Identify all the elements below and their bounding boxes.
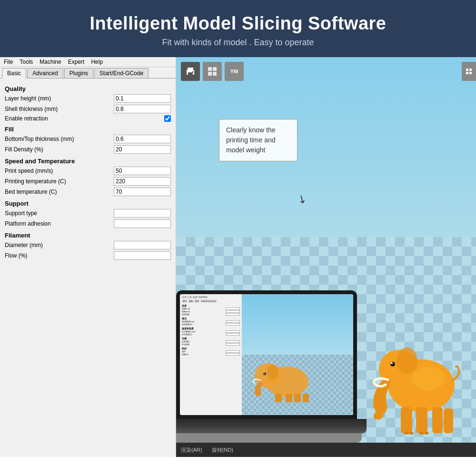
tab-advanced[interactable]: Advanced: [27, 68, 63, 78]
elephant-3d-model: [367, 319, 462, 443]
form-row-enable-retraction: Enable retraction: [5, 115, 171, 122]
svg-rect-4: [208, 67, 212, 71]
input-print-temp[interactable]: [114, 177, 171, 186]
menu-bar: File Tools Machine Expert Help: [0, 57, 176, 67]
settings-form: Quality Layer height (mm) Shell thicknes…: [0, 79, 176, 457]
mini-menu: 文件 工具 机器 专家帮助: [182, 296, 240, 298]
label-flow: Flow (%): [5, 252, 114, 259]
mini-input-4: [226, 320, 240, 323]
annotation-box: Clearly know the printing time and model…: [219, 119, 298, 161]
toolbar-btn-ym[interactable]: YM: [225, 62, 244, 81]
mini-label-8: 支撑类型: [182, 340, 226, 343]
mini-row-10: 直径: [182, 350, 240, 353]
mini-section-fill: 填充: [182, 317, 240, 320]
form-row-diameter: Diameter (mm): [5, 241, 171, 249]
right-panel: YM Clearly know the printing time and mo…: [176, 57, 476, 457]
form-row-print-speed: Print speed (mm/s): [5, 167, 171, 175]
form-row-flow: Flow (%): [5, 251, 171, 260]
right-edge-button[interactable]: [462, 62, 476, 81]
mini-input-2: [226, 310, 240, 313]
tab-basic[interactable]: Basic: [2, 68, 26, 79]
mini-row-7: 打印温度(C): [182, 333, 240, 336]
mini-input-6: [226, 330, 240, 333]
svg-point-33: [424, 432, 429, 435]
label-shell-thickness: Shell thickness (mm): [5, 106, 114, 112]
svg-rect-1: [188, 68, 193, 70]
header-title: Intelligent Model Slicing Software: [10, 13, 466, 34]
header: Intelligent Model Slicing Software Fit w…: [0, 0, 476, 57]
mini-label-3: 启用回抽: [182, 313, 226, 316]
mini-section-support: 支撑: [182, 337, 240, 340]
label-print-temp: Printing temperature (C): [5, 178, 114, 185]
bottom-bar: 渲染(AR) 旋转(ND): [176, 443, 476, 457]
input-bottom-top[interactable]: [114, 135, 171, 143]
toolbar-btn-view[interactable]: [203, 62, 222, 81]
svg-rect-7: [213, 72, 217, 76]
mini-viewport: [242, 294, 353, 415]
mini-row-3: 启用回抽: [182, 313, 240, 316]
mini-input-11: [226, 353, 240, 356]
left-panel: File Tools Machine Expert Help Basic Adv…: [0, 57, 176, 457]
toolbar-btn-printer[interactable]: [181, 62, 200, 81]
mini-settings-panel: 文件 工具 机器 专家帮助 基本 高级 插件 Start/End-GCode 品…: [180, 294, 242, 415]
input-layer-height[interactable]: [114, 94, 171, 103]
mini-label-6: 打印速度(mm/s): [182, 330, 226, 333]
menu-machine[interactable]: Machine: [40, 59, 61, 65]
form-row-bed-temp: Bed temperature (C): [5, 188, 171, 196]
mini-row-1: 层厚(mm): [182, 307, 240, 310]
mini-label-2: 壁厚(mm): [182, 310, 226, 313]
input-flow[interactable]: [114, 251, 171, 260]
mini-row-11: 流量(%): [182, 353, 240, 356]
mini-label-1: 层厚(mm): [182, 307, 226, 310]
tab-plugins[interactable]: Plugins: [64, 68, 93, 78]
section-support: Support: [5, 200, 171, 207]
mini-input-5: [226, 323, 240, 326]
laptop-screen-inner: 文件 工具 机器 专家帮助 基本 高级 插件 Start/End-GCode 品…: [180, 294, 353, 415]
svg-point-34: [412, 367, 445, 390]
mini-tab-gcode: Start/End-GCode: [200, 299, 217, 303]
menu-expert[interactable]: Expert: [68, 59, 85, 65]
mini-tab-advanced: 高级: [188, 299, 194, 303]
label-diameter: Diameter (mm): [5, 242, 114, 248]
input-support-type[interactable]: [114, 209, 171, 218]
form-row-shell-thickness: Shell thickness (mm): [5, 105, 171, 113]
input-fill-density[interactable]: [114, 145, 171, 154]
annotation-text: Clearly know the printing time and model…: [226, 126, 276, 154]
svg-rect-18: [303, 394, 309, 402]
checkbox-enable-retraction[interactable]: [164, 115, 171, 122]
menu-tools[interactable]: Tools: [20, 59, 33, 65]
section-filament: Filament: [5, 232, 171, 239]
menu-help[interactable]: Help: [91, 59, 103, 65]
input-diameter[interactable]: [114, 241, 171, 249]
svg-point-23: [397, 347, 417, 374]
menu-file[interactable]: File: [4, 59, 13, 65]
input-platform-adhesion[interactable]: [114, 219, 171, 228]
mini-elephant-svg: [247, 356, 313, 403]
mini-label-10: 直径: [182, 350, 226, 353]
input-shell-thickness[interactable]: [114, 105, 171, 113]
laptop-container: 文件 工具 机器 专家帮助 基本 高级 插件 Start/End-GCode 品…: [176, 276, 367, 457]
label-bed-temp: Bed temperature (C): [5, 188, 114, 195]
svg-point-3: [192, 71, 194, 73]
mini-label-9: 平台附着: [182, 343, 226, 346]
mini-label-11: 流量(%): [182, 353, 226, 356]
input-bed-temp[interactable]: [114, 188, 171, 196]
mini-row-8: 支撑类型: [182, 340, 240, 343]
svg-rect-2: [188, 72, 193, 75]
mini-input-8: [226, 340, 240, 343]
mini-row-4: 底/顶厚度(mm): [182, 320, 240, 323]
tab-start-end-gcode[interactable]: Start/End-GCode: [94, 68, 149, 78]
label-print-speed: Print speed (mm/s): [5, 168, 114, 174]
mini-tabs: 基本 高级 插件 Start/End-GCode: [182, 299, 240, 303]
svg-rect-9: [469, 69, 472, 71]
mini-input-7: [226, 333, 240, 336]
label-bottom-top: Bottom/Top thickness (mm): [5, 136, 114, 142]
form-row-platform-adhesion: Platform adhesion: [5, 219, 171, 228]
input-print-speed[interactable]: [114, 167, 171, 175]
mini-tab-basic: 基本: [182, 299, 188, 303]
svg-rect-27: [416, 407, 427, 433]
mini-tab-plugins: 插件: [194, 299, 200, 303]
svg-rect-6: [208, 72, 212, 76]
label-fill-density: Fill Density (%): [5, 146, 114, 153]
mini-label-4: 底/顶厚度(mm): [182, 320, 226, 323]
